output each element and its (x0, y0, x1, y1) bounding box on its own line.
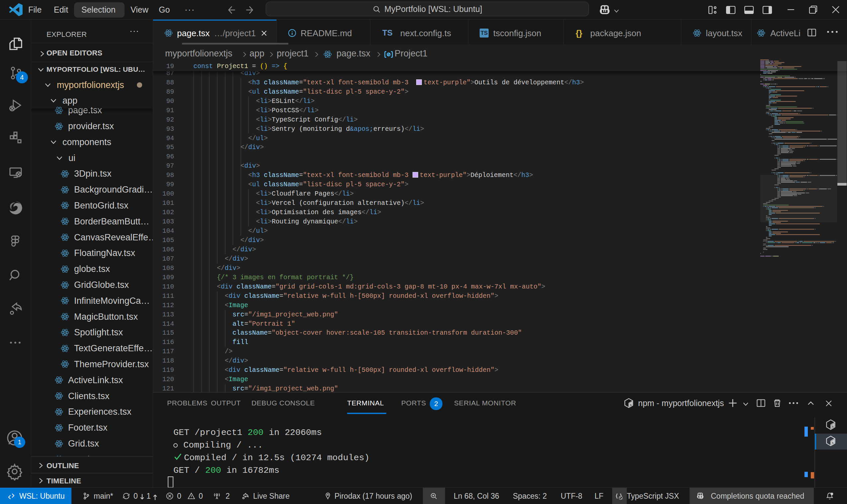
svg-text:$: $ (630, 404, 632, 407)
svg-text:$: $ (832, 425, 834, 428)
svg-text:$: $ (832, 441, 834, 444)
